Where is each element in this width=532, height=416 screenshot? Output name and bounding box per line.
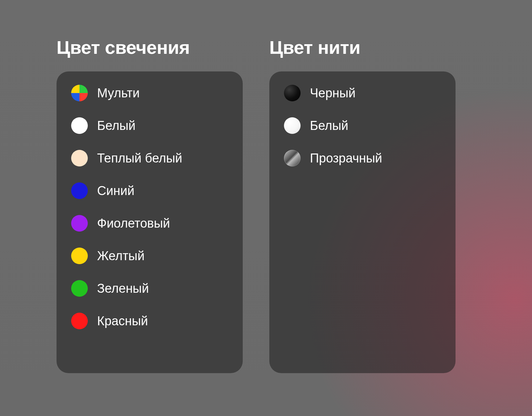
- thread-option-clear[interactable]: Прозрачный: [284, 150, 441, 166]
- glow-option-blue[interactable]: Синий: [71, 182, 228, 199]
- thread-panel: Черный Белый Прозрачный: [269, 71, 456, 373]
- swatch-green-icon: [71, 280, 88, 297]
- swatch-multi-icon: [71, 85, 88, 101]
- option-label: Белый: [310, 119, 348, 133]
- option-label: Зеленый: [97, 281, 149, 296]
- glow-title: Цвет свечения: [57, 37, 190, 58]
- thread-column: Цвет нити Черный Белый Прозрачный: [269, 37, 456, 416]
- option-label: Фиолетовый: [97, 216, 170, 231]
- glow-option-purple[interactable]: Фиолетовый: [71, 215, 228, 232]
- option-label: Желтый: [97, 249, 145, 263]
- swatch-black-icon: [284, 85, 301, 101]
- option-label: Мульти: [97, 86, 140, 100]
- glow-option-multi[interactable]: Мульти: [71, 85, 228, 101]
- swatch-yellow-icon: [71, 248, 88, 264]
- glow-option-red[interactable]: Красный: [71, 313, 228, 329]
- thread-title: Цвет нити: [269, 37, 360, 58]
- swatch-red-icon: [71, 313, 88, 329]
- thread-option-black[interactable]: Черный: [284, 85, 441, 101]
- swatch-white-icon: [71, 117, 88, 134]
- option-label: Черный: [310, 86, 355, 100]
- glow-option-white[interactable]: Белый: [71, 117, 228, 134]
- swatch-warm-white-icon: [71, 150, 88, 166]
- option-label: Прозрачный: [310, 151, 382, 165]
- glow-column: Цвет свечения Мульти Белый Теплый белый …: [57, 37, 243, 416]
- option-label: Красный: [97, 314, 148, 328]
- swatch-clear-icon: [284, 150, 301, 166]
- swatch-white-icon: [284, 117, 301, 134]
- swatch-blue-icon: [71, 182, 88, 199]
- glow-option-yellow[interactable]: Желтый: [71, 248, 228, 264]
- option-label: Синий: [97, 184, 134, 198]
- glow-option-green[interactable]: Зеленый: [71, 280, 228, 297]
- swatch-purple-icon: [71, 215, 88, 232]
- glow-panel: Мульти Белый Теплый белый Синий Фиолетов…: [57, 71, 243, 373]
- option-label: Теплый белый: [97, 151, 182, 165]
- glow-option-warm-white[interactable]: Теплый белый: [71, 150, 228, 166]
- thread-option-white[interactable]: Белый: [284, 117, 441, 134]
- option-label: Белый: [97, 119, 136, 133]
